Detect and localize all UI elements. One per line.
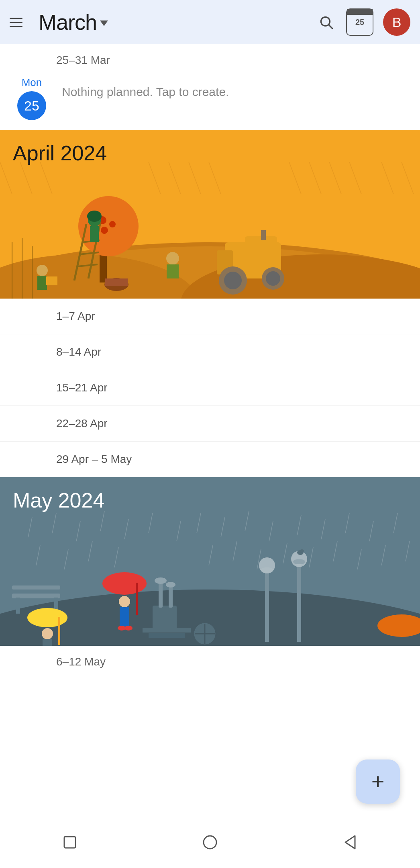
today-button[interactable]: 25 bbox=[346, 8, 373, 36]
april-title: April 2024 bbox=[0, 130, 420, 165]
svg-rect-53 bbox=[12, 585, 60, 590]
menu-line-1 bbox=[10, 18, 22, 19]
april-week-entries: 1–7 Apr 8–14 Apr 15–21 Apr 22–28 Apr 29 … bbox=[0, 299, 420, 477]
svg-rect-57 bbox=[159, 581, 163, 608]
svg-rect-61 bbox=[143, 628, 191, 633]
svg-rect-116 bbox=[64, 837, 75, 848]
svg-point-74 bbox=[102, 572, 147, 595]
svg-marker-118 bbox=[345, 836, 355, 849]
april-week-3[interactable]: 15–21 Apr bbox=[0, 370, 420, 406]
march-week-range: 25–31 Mar bbox=[0, 44, 420, 72]
svg-rect-36 bbox=[46, 276, 57, 285]
svg-point-117 bbox=[204, 836, 216, 849]
svg-line-37 bbox=[0, 162, 12, 194]
svg-rect-75 bbox=[136, 583, 138, 615]
day-row-mon25[interactable]: Mon 25 Nothing planned. Tap to create. bbox=[0, 72, 420, 130]
menu-button[interactable] bbox=[10, 12, 31, 33]
day-content-mon25: Nothing planned. Tap to create. bbox=[54, 76, 410, 99]
svg-point-30 bbox=[224, 272, 242, 289]
svg-rect-71 bbox=[293, 559, 305, 564]
svg-rect-25 bbox=[167, 264, 179, 278]
svg-line-47 bbox=[349, 162, 361, 194]
day-number-25: 25 bbox=[24, 98, 39, 114]
april-week-4[interactable]: 22–28 Apr bbox=[0, 406, 420, 442]
svg-line-46 bbox=[329, 162, 341, 194]
svg-point-79 bbox=[124, 626, 133, 631]
svg-line-48 bbox=[381, 162, 393, 194]
app-header: March 25 B bbox=[0, 0, 420, 44]
may-week-partial: 6–12 May bbox=[0, 646, 420, 673]
svg-point-24 bbox=[166, 252, 179, 265]
may-month-banner: May 2024 bbox=[0, 477, 420, 646]
svg-point-59 bbox=[155, 577, 167, 584]
svg-rect-77 bbox=[120, 607, 129, 627]
svg-point-60 bbox=[166, 582, 175, 588]
svg-line-45 bbox=[309, 162, 321, 194]
calendar-top-bar bbox=[347, 9, 373, 15]
nothing-planned-text: Nothing planned. Tap to create. bbox=[62, 85, 229, 99]
svg-point-68 bbox=[259, 557, 275, 573]
plus-icon: + bbox=[371, 770, 385, 793]
svg-rect-56 bbox=[153, 606, 177, 630]
svg-point-82 bbox=[42, 628, 53, 639]
april-month-banner: April 2024 bbox=[0, 130, 420, 299]
svg-rect-81 bbox=[58, 617, 60, 645]
svg-point-13 bbox=[101, 227, 108, 234]
create-event-fab[interactable]: + bbox=[356, 760, 400, 804]
svg-rect-83 bbox=[43, 639, 52, 646]
home-button[interactable] bbox=[194, 826, 226, 858]
today-date-number: 25 bbox=[355, 18, 364, 27]
svg-rect-54 bbox=[16, 598, 20, 614]
day-number-circle: 25 bbox=[17, 91, 46, 120]
svg-line-40 bbox=[149, 162, 161, 194]
may-illustration bbox=[0, 509, 420, 646]
svg-point-34 bbox=[37, 265, 48, 276]
svg-rect-62 bbox=[149, 633, 185, 638]
svg-point-21 bbox=[87, 211, 102, 222]
svg-line-39 bbox=[40, 162, 52, 194]
svg-point-76 bbox=[119, 596, 130, 607]
april-week-1[interactable]: 1–7 Apr bbox=[0, 299, 420, 334]
svg-rect-66 bbox=[265, 569, 269, 642]
svg-line-1 bbox=[329, 25, 332, 29]
search-button[interactable] bbox=[316, 12, 336, 33]
svg-rect-58 bbox=[169, 585, 173, 608]
svg-line-49 bbox=[402, 162, 414, 194]
account-avatar-button[interactable]: B bbox=[383, 8, 410, 36]
april-week-5[interactable]: 29 Apr – 5 May bbox=[0, 442, 420, 477]
back-button[interactable] bbox=[334, 826, 366, 858]
svg-point-80 bbox=[27, 608, 67, 627]
day-name-mon: Mon bbox=[22, 76, 42, 89]
svg-point-10 bbox=[78, 196, 139, 256]
bottom-navigation bbox=[0, 816, 420, 868]
may-title: May 2024 bbox=[0, 477, 420, 512]
svg-line-43 bbox=[209, 162, 221, 194]
svg-point-73 bbox=[300, 549, 304, 553]
current-month-title: March bbox=[39, 10, 97, 35]
month-selector-button[interactable]: March bbox=[39, 10, 316, 35]
avatar-letter: B bbox=[392, 14, 402, 30]
april-illustration bbox=[0, 162, 420, 299]
svg-line-41 bbox=[169, 162, 181, 194]
day-info: Mon 25 bbox=[10, 76, 54, 120]
svg-rect-33 bbox=[261, 230, 266, 240]
recent-apps-button[interactable] bbox=[54, 826, 86, 858]
svg-line-44 bbox=[289, 162, 301, 194]
svg-rect-20 bbox=[90, 226, 99, 242]
svg-point-32 bbox=[266, 271, 280, 286]
april-week-2[interactable]: 8–14 Apr bbox=[0, 334, 420, 370]
svg-line-38 bbox=[20, 162, 32, 194]
svg-rect-23 bbox=[105, 278, 128, 286]
svg-rect-69 bbox=[297, 561, 301, 642]
svg-point-12 bbox=[109, 221, 116, 227]
header-actions: 25 B bbox=[316, 8, 410, 36]
svg-line-42 bbox=[189, 162, 201, 194]
menu-line-2 bbox=[10, 22, 22, 23]
svg-rect-35 bbox=[37, 276, 47, 290]
menu-line-3 bbox=[10, 26, 22, 27]
chevron-down-icon bbox=[100, 20, 108, 26]
